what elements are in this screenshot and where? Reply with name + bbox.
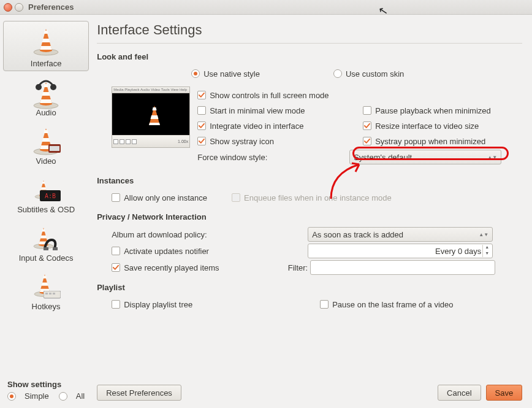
cone-icon — [31, 26, 61, 56]
checkbox-label: Start in minimal view mode — [210, 106, 305, 115]
select-value: System's default — [354, 153, 412, 162]
sidebar-item-interface[interactable]: Interface — [3, 21, 89, 71]
force-window-select[interactable]: System's default ▲▼ — [349, 150, 501, 164]
sidebar-item-label: Audio — [6, 108, 86, 117]
window-close-button[interactable] — [4, 3, 12, 12]
album-art-label: Album art download policy: — [112, 230, 308, 239]
svg-rect-10 — [45, 293, 48, 294]
window-title: Preferences — [28, 2, 74, 12]
sidebar-item-label: Subtitles & OSD — [6, 205, 86, 214]
reset-button[interactable]: Reset Preferences — [97, 385, 181, 401]
checkbox-label: Show systray icon — [210, 137, 274, 146]
select-value: As soon as track is added — [312, 230, 403, 239]
checkbox-label: Systray popup when minimized — [375, 137, 485, 146]
svg-rect-11 — [49, 293, 51, 294]
album-art-select[interactable]: As soon as track is added ▲▼ — [308, 227, 493, 242]
checkbox-updates-notifier[interactable] — [112, 247, 120, 255]
video-icon — [31, 126, 61, 155]
checkbox-label: Show controls in full screen mode — [210, 91, 329, 100]
page-title: Interface Settings — [97, 22, 522, 38]
sidebar-item-hotkeys[interactable]: Hotkeys — [3, 266, 89, 314]
checkbox-integrate-video[interactable] — [197, 121, 206, 130]
sidebar-item-label: Hotkeys — [6, 302, 86, 311]
interface-preview-thumbnail: Media Playback Audio Video Tools View He… — [112, 87, 190, 148]
svg-rect-7 — [44, 247, 48, 250]
checkbox-save-recent[interactable] — [112, 263, 120, 272]
chevron-updown-icon: ▲▼ — [479, 232, 488, 237]
svg-rect-8 — [53, 247, 58, 250]
sidebar-item-label: Input & Codecs — [6, 253, 86, 263]
checkbox-resize-interface[interactable] — [363, 121, 371, 130]
sidebar-item-label: Video — [6, 156, 86, 166]
checkbox-label: Enqueue files when in one instance mode — [244, 193, 392, 202]
checkbox-label: Display playlist tree — [124, 300, 192, 309]
checkbox-label: Resize interface to video size — [375, 121, 479, 131]
svg-text:A:B: A:B — [45, 193, 56, 199]
chevron-updown-icon: ▲▼ — [487, 155, 497, 160]
sidebar-item-label: Interface — [6, 59, 86, 68]
svg-point-1 — [36, 84, 42, 90]
sidebar-item-audio[interactable]: Audio — [3, 72, 89, 120]
checkbox-label: Save recently played items — [124, 263, 219, 272]
checkbox-pause-last-frame[interactable] — [320, 300, 329, 309]
sidebar: Interface Audio Video A:B — [0, 15, 92, 408]
filter-label: Filter: — [282, 263, 308, 272]
radio-simple[interactable] — [7, 392, 16, 401]
checkbox-systray-icon[interactable] — [197, 137, 206, 145]
section-playlist: Playlist — [97, 283, 522, 292]
section-instances: Instances — [97, 176, 522, 185]
titlebar: Preferences — [0, 0, 532, 15]
svg-rect-4 — [50, 146, 59, 151]
chevron-up-icon[interactable]: ▲ — [482, 245, 491, 251]
radio-custom-label: Use custom skin — [346, 69, 404, 79]
sidebar-item-subtitles[interactable]: A:B Subtitles & OSD — [3, 169, 89, 217]
radio-native-label: Use native style — [203, 69, 260, 79]
checkbox-playlist-tree[interactable] — [112, 300, 120, 309]
radio-native-style[interactable] — [191, 69, 200, 78]
spin-value: Every 0 days — [435, 247, 481, 256]
divider — [97, 43, 522, 44]
subtitles-icon: A:B — [31, 174, 61, 204]
filter-input[interactable] — [310, 260, 495, 275]
radio-custom-skin[interactable] — [333, 69, 342, 78]
save-button[interactable]: Save — [486, 385, 523, 401]
checkbox-fullscreen-controls[interactable] — [197, 91, 206, 99]
section-look-feel: Look and feel — [97, 52, 522, 61]
radio-all[interactable] — [59, 392, 67, 401]
checkbox-label: Pause playback when minimized — [375, 106, 491, 115]
hotkeys-icon — [31, 271, 61, 301]
window-minimize-button[interactable] — [15, 3, 23, 12]
codecs-icon — [31, 223, 61, 252]
cancel-button[interactable]: Cancel — [438, 385, 481, 401]
radio-all-label: All — [76, 391, 85, 401]
checkbox-enqueue-files — [232, 193, 240, 202]
chevron-down-icon[interactable]: ▼ — [482, 251, 491, 257]
sidebar-item-video[interactable]: Video — [3, 121, 89, 168]
show-settings-group: Show settings Simple All — [2, 376, 89, 403]
audio-icon — [31, 77, 61, 107]
updates-interval-spin[interactable]: Every 0 days ▲▼ — [308, 244, 493, 258]
checkbox-label: Allow only one instance — [124, 193, 207, 202]
radio-simple-label: Simple — [25, 391, 49, 401]
show-settings-title: Show settings — [7, 380, 85, 389]
checkbox-label: Pause on the last frame of a video — [332, 300, 453, 309]
sidebar-item-input-codecs[interactable]: Input & Codecs — [3, 218, 89, 265]
svg-rect-12 — [53, 293, 55, 294]
checkbox-minimal-view[interactable] — [197, 106, 206, 115]
section-privacy: Privacy / Network Interaction — [97, 212, 522, 221]
svg-point-2 — [50, 84, 56, 90]
content-panel: Interface Settings Look and feel Use nat… — [92, 15, 532, 408]
checkbox-label: Activate updates notifier — [124, 247, 209, 256]
force-window-label: Force window style: — [197, 153, 349, 162]
checkbox-systray-popup[interactable] — [363, 137, 371, 145]
checkbox-only-one-instance[interactable] — [112, 193, 120, 202]
checkbox-label: Integrate video in interface — [210, 121, 303, 131]
checkbox-pause-minimized[interactable] — [363, 106, 371, 115]
